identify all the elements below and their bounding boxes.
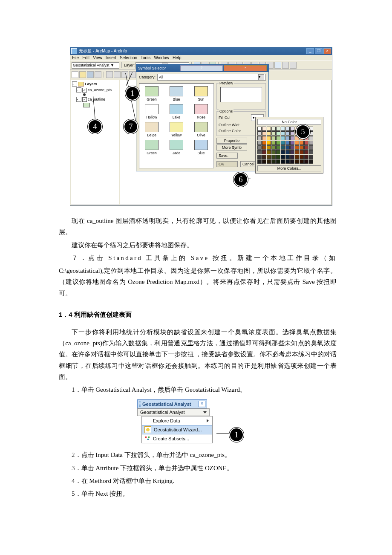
color-swatch[interactable]	[300, 145, 304, 150]
color-swatch[interactable]	[309, 145, 313, 150]
color-swatch[interactable]	[309, 159, 313, 164]
color-swatch[interactable]	[281, 159, 285, 164]
color-swatch[interactable]	[281, 145, 285, 150]
ga-dropdown[interactable]: Geostatistical Analyst	[137, 408, 210, 416]
menu-view[interactable]: View	[93, 55, 102, 60]
symbol-swatch[interactable]: Rose	[193, 104, 209, 119]
color-swatch[interactable]	[276, 145, 280, 150]
color-swatch[interactable]	[285, 155, 290, 159]
menu-help[interactable]: Help	[173, 55, 182, 60]
symbol-swatch[interactable]: Jade	[168, 140, 184, 155]
symbol-swatch[interactable]: Blue	[193, 140, 209, 155]
properties-button[interactable]: Propertie	[216, 138, 247, 144]
color-swatch[interactable]	[304, 141, 308, 145]
no-color-button[interactable]: No Color	[257, 119, 321, 125]
color-swatch[interactable]	[262, 131, 266, 136]
color-swatch[interactable]	[257, 145, 262, 150]
minus-icon[interactable]: -	[76, 97, 81, 102]
symbol-swatch[interactable]: Green	[144, 140, 160, 155]
minimize-button[interactable]: _	[306, 48, 314, 54]
color-swatch[interactable]	[290, 150, 294, 154]
minus-icon[interactable]: -	[72, 81, 77, 87]
color-swatch[interactable]	[309, 141, 313, 145]
color-swatch[interactable]	[257, 155, 262, 159]
color-swatch[interactable]	[276, 131, 280, 136]
print-icon[interactable]	[95, 71, 101, 78]
symbol-swatch[interactable]: Green	[144, 86, 160, 101]
color-swatch[interactable]	[267, 145, 271, 150]
menu-explore-data[interactable]: Explore Data	[142, 416, 212, 425]
color-swatch[interactable]	[295, 150, 299, 154]
color-swatch[interactable]	[271, 145, 276, 150]
color-swatch[interactable]	[285, 141, 290, 145]
color-swatch[interactable]	[257, 127, 262, 131]
color-swatch[interactable]	[267, 127, 271, 131]
symbol-swatch[interactable]: Beige	[144, 122, 160, 137]
layer-checkbox[interactable]: ✓	[82, 88, 87, 92]
color-swatch[interactable]	[290, 141, 294, 145]
color-swatch[interactable]	[295, 145, 299, 150]
color-swatch[interactable]	[262, 159, 266, 164]
color-swatch[interactable]	[290, 159, 294, 164]
color-swatch[interactable]	[281, 131, 285, 136]
color-swatch[interactable]	[267, 155, 271, 159]
symbol-swatch[interactable]: Blue	[168, 86, 184, 101]
color-swatch[interactable]	[267, 131, 271, 136]
color-swatch[interactable]	[257, 141, 262, 145]
ga-toolbar-close[interactable]: ×	[199, 401, 205, 407]
grip-icon[interactable]	[139, 401, 141, 407]
color-swatch[interactable]	[290, 145, 294, 150]
color-swatch[interactable]	[271, 155, 276, 159]
menu-edit[interactable]: Edit	[82, 55, 89, 60]
color-swatch[interactable]	[281, 141, 285, 145]
color-swatch[interactable]	[267, 159, 271, 164]
color-swatch[interactable]	[257, 136, 262, 140]
color-swatch[interactable]	[295, 155, 299, 159]
menu-window[interactable]: Window	[154, 55, 169, 60]
symbol-swatch[interactable]: Hollow	[144, 104, 160, 119]
color-swatch[interactable]	[276, 127, 280, 131]
color-swatch[interactable]	[271, 150, 276, 154]
color-swatch[interactable]	[271, 131, 276, 136]
color-swatch[interactable]	[290, 136, 294, 140]
symbol-swatch[interactable]: Yellow	[168, 122, 184, 137]
color-swatch[interactable]	[290, 155, 294, 159]
color-swatch[interactable]	[295, 141, 299, 145]
color-swatch[interactable]	[262, 145, 266, 150]
category-dropdown[interactable]: All▾	[157, 74, 266, 81]
color-swatch[interactable]	[309, 155, 313, 159]
color-swatch[interactable]	[300, 141, 304, 145]
color-swatch[interactable]	[309, 136, 313, 140]
color-swatch[interactable]	[267, 141, 271, 145]
more-colors-button[interactable]: More Colors...	[257, 165, 321, 171]
ok-button[interactable]: OK	[216, 161, 238, 167]
color-swatch[interactable]	[281, 136, 285, 140]
color-swatch[interactable]	[285, 150, 290, 154]
fill-symbol-icon[interactable]	[83, 103, 90, 107]
save-icon[interactable]	[87, 71, 94, 78]
color-swatch[interactable]	[262, 155, 266, 159]
symbol-swatch[interactable]: Olive	[193, 122, 209, 137]
color-swatch[interactable]	[276, 150, 280, 154]
color-swatch[interactable]	[304, 145, 308, 150]
color-swatch[interactable]	[285, 145, 290, 150]
color-swatch[interactable]	[271, 141, 276, 145]
geostat-dropdown[interactable]: Geostatistical Analyst ▼	[72, 62, 119, 69]
more-symbols-button[interactable]: More Symb	[216, 145, 247, 150]
color-swatch[interactable]	[285, 136, 290, 140]
close-button[interactable]: ×	[323, 48, 331, 54]
color-swatch[interactable]	[262, 150, 266, 154]
color-swatch[interactable]	[304, 159, 308, 164]
tool-identify-icon[interactable]	[274, 62, 281, 69]
color-swatch[interactable]	[276, 141, 280, 145]
minus-icon[interactable]: -	[76, 87, 81, 92]
dialog-close-button[interactable]: ×	[224, 65, 267, 71]
save-symbol-button[interactable]: Save.	[216, 153, 238, 159]
new-icon[interactable]	[72, 71, 78, 78]
color-swatch[interactable]	[262, 136, 266, 140]
layer-checkbox[interactable]: ✓	[82, 97, 87, 102]
color-swatch[interactable]	[257, 159, 262, 164]
dialog-help-button[interactable]: ?	[180, 65, 223, 71]
color-swatch[interactable]	[285, 131, 290, 136]
color-swatch[interactable]	[285, 127, 290, 131]
